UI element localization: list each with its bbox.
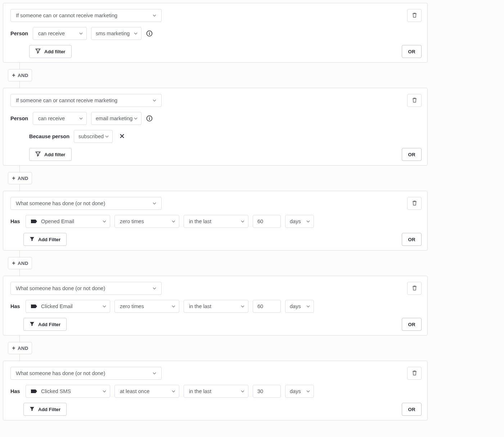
count-value: zero times <box>120 303 144 309</box>
metric-icon <box>31 304 37 309</box>
or-button[interactable]: OR <box>402 318 422 331</box>
condition-type-label: If someone can or cannot receive marketi… <box>16 13 117 18</box>
delete-button[interactable] <box>407 282 422 295</box>
chevron-down-icon <box>306 305 310 308</box>
count-select[interactable]: zero times <box>114 215 179 228</box>
amount-input[interactable] <box>253 300 281 313</box>
funnel-icon <box>35 48 41 55</box>
remove-because-button[interactable] <box>117 131 127 141</box>
range-value: in the last <box>189 218 211 224</box>
metric-select[interactable]: Clicked Email <box>26 300 110 313</box>
range-select[interactable]: in the last <box>184 300 248 313</box>
condition-type-select[interactable]: What someone has done (or not done) <box>10 197 162 210</box>
subject-label: Has <box>10 388 21 394</box>
delete-button[interactable] <box>407 94 422 107</box>
range-value: in the last <box>189 303 211 309</box>
and-connector: AND <box>13 166 428 191</box>
verb-value: can receive <box>38 31 65 36</box>
amount-input[interactable] <box>253 385 281 398</box>
condition-group: If someone can or cannot receive marketi… <box>3 88 428 166</box>
unit-select[interactable]: days <box>285 215 314 228</box>
chevron-down-icon <box>134 32 138 35</box>
delete-button[interactable] <box>407 9 422 22</box>
verb-select[interactable]: can receive <box>33 112 87 125</box>
chevron-down-icon <box>105 135 109 138</box>
count-select[interactable]: zero times <box>114 300 179 313</box>
chevron-down-icon <box>172 389 175 393</box>
chevron-down-icon <box>153 202 156 205</box>
chevron-down-icon <box>241 305 244 308</box>
or-button[interactable]: OR <box>402 233 422 246</box>
chevron-down-icon <box>103 389 106 393</box>
subject-label: Has <box>10 303 21 309</box>
funnel-solid-icon <box>30 236 35 243</box>
chevron-down-icon <box>306 389 310 393</box>
channel-select[interactable]: email marketing <box>91 112 141 125</box>
metric-select[interactable]: Opened Email <box>26 215 110 228</box>
unit-select[interactable]: days <box>285 300 314 313</box>
or-button[interactable]: OR <box>402 45 422 58</box>
chevron-down-icon <box>153 371 156 375</box>
funnel-solid-icon <box>30 406 35 413</box>
trash-icon <box>412 370 417 377</box>
or-button[interactable]: OR <box>402 148 422 161</box>
metric-value: Opened Email <box>41 218 74 224</box>
and-button[interactable]: AND <box>8 342 32 354</box>
unit-select[interactable]: days <box>285 385 314 398</box>
channel-select[interactable]: sms marketing <box>91 27 141 40</box>
chevron-down-icon <box>79 32 83 35</box>
trash-icon <box>412 12 417 19</box>
and-connector: AND <box>13 335 428 361</box>
channel-value: email marketing <box>96 116 132 121</box>
trash-icon <box>412 200 417 207</box>
delete-button[interactable] <box>407 367 422 380</box>
add-filter-button[interactable]: Add Filter <box>23 318 67 331</box>
chevron-down-icon <box>241 220 244 223</box>
range-select[interactable]: in the last <box>184 215 248 228</box>
or-button[interactable]: OR <box>402 403 422 416</box>
chevron-down-icon <box>153 99 156 102</box>
chevron-down-icon <box>103 220 106 223</box>
add-filter-label: Add Filter <box>38 237 60 242</box>
add-filter-button[interactable]: Add filter <box>29 45 72 58</box>
condition-type-select[interactable]: What someone has done (or not done) <box>10 367 162 380</box>
count-select[interactable]: at least once <box>114 385 179 398</box>
plus-icon <box>12 261 15 266</box>
add-filter-button[interactable]: Add filter <box>29 148 72 161</box>
add-filter-label: Add filter <box>44 152 66 157</box>
chevron-down-icon <box>306 220 310 223</box>
amount-input[interactable] <box>253 215 281 228</box>
condition-type-select[interactable]: What someone has done (or not done) <box>10 282 162 295</box>
range-select[interactable]: in the last <box>184 385 248 398</box>
metric-value: Clicked SMS <box>41 388 71 394</box>
condition-type-label: What someone has done (or not done) <box>16 370 105 376</box>
chevron-down-icon <box>172 305 175 308</box>
add-filter-label: Add filter <box>44 49 66 54</box>
condition-group: What someone has done (or not done) Has … <box>3 276 428 335</box>
subject-label: Has <box>10 218 21 224</box>
because-select[interactable]: subscribed <box>74 130 113 143</box>
and-button[interactable]: AND <box>8 257 32 269</box>
info-icon[interactable] <box>146 115 153 122</box>
add-filter-button[interactable]: Add Filter <box>23 233 67 246</box>
delete-button[interactable] <box>407 197 422 210</box>
metric-icon <box>31 219 37 224</box>
unit-value: days <box>290 303 301 309</box>
plus-icon <box>12 73 15 78</box>
chevron-down-icon <box>241 389 244 393</box>
verb-select[interactable]: can receive <box>33 27 87 40</box>
subject-label: Person <box>10 116 28 121</box>
condition-type-select[interactable]: If someone can or cannot receive marketi… <box>10 9 162 22</box>
subject-label: Person <box>10 31 28 36</box>
condition-type-label: What someone has done (or not done) <box>16 201 105 206</box>
info-icon[interactable] <box>146 30 153 37</box>
chevron-down-icon <box>134 117 138 120</box>
and-button[interactable]: AND <box>8 69 32 81</box>
metric-select[interactable]: Clicked SMS <box>26 385 110 398</box>
channel-value: sms marketing <box>96 31 130 36</box>
condition-type-select[interactable]: If someone can or cannot receive marketi… <box>10 94 162 107</box>
funnel-icon <box>35 151 41 158</box>
and-button[interactable]: AND <box>8 172 32 184</box>
add-filter-button[interactable]: Add Filter <box>23 403 67 416</box>
add-filter-label: Add Filter <box>38 407 60 412</box>
